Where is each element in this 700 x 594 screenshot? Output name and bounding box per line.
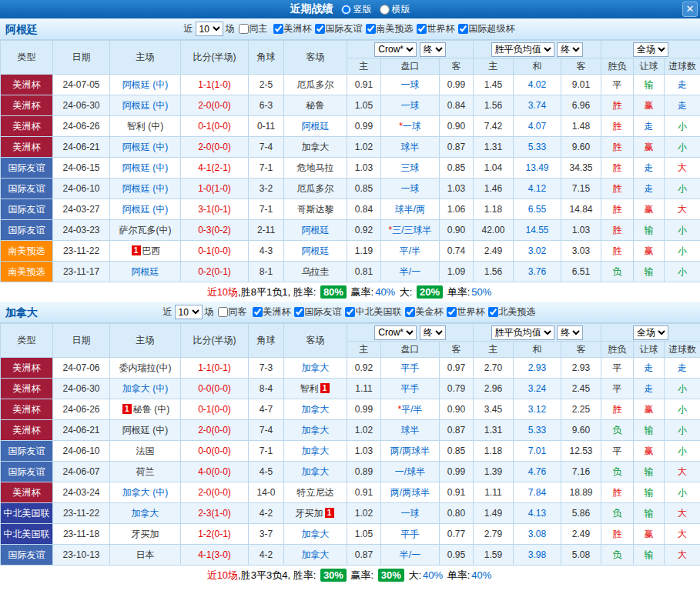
fullmatch-select[interactable]: 全场 bbox=[633, 325, 668, 340]
col-lose-mean: 客 bbox=[561, 58, 601, 75]
draw-mean-cell: 6.55 bbox=[514, 199, 561, 220]
recent-count-select[interactable]: 10 bbox=[175, 305, 203, 319]
close-button[interactable]: ✕ bbox=[682, 2, 698, 17]
games-label: 场 bbox=[226, 22, 235, 35]
away-odds-cell: 0.80 bbox=[440, 503, 474, 524]
home-team-cell: 阿根廷 (中) bbox=[110, 95, 181, 116]
home-odds-cell: 0.85 bbox=[347, 179, 381, 199]
league-filter-checkbox[interactable]: 世界杯 bbox=[417, 22, 455, 35]
away-odds-cell: 0.87 bbox=[440, 137, 474, 158]
away-odds-cell: 1.03 bbox=[440, 179, 474, 199]
summary-value: 30% bbox=[378, 569, 404, 582]
away-odds-cell: 0.84 bbox=[440, 95, 474, 116]
handicap-result-cell: 输 bbox=[634, 462, 665, 482]
date-cell: 24-06-15 bbox=[53, 158, 110, 179]
summary-value: 40% bbox=[375, 286, 395, 298]
same-venue-checkbox[interactable]: 同主 bbox=[239, 22, 268, 35]
league-filter-checkbox[interactable]: 美洲杯 bbox=[253, 305, 291, 319]
team-name: 巴西 bbox=[142, 245, 161, 256]
layout-radio-vertical[interactable]: 竖版 bbox=[341, 3, 372, 16]
corner-cell: 7-4 bbox=[249, 137, 284, 158]
corner-cell: 0-11 bbox=[249, 116, 284, 137]
league-filter-checkbox[interactable]: 国际超级杯 bbox=[458, 22, 515, 35]
col-home-odds: 主 bbox=[347, 342, 381, 358]
corner-cell: 3-7 bbox=[249, 524, 284, 545]
corner-cell: 8-1 bbox=[249, 262, 284, 282]
handicap-cell: 半/一 bbox=[381, 262, 440, 282]
score-cell: 2-0(0-0) bbox=[181, 482, 249, 503]
result-cell: 负 bbox=[601, 420, 634, 441]
score-cell: 2-0(0-0) bbox=[181, 420, 249, 441]
win-mean-cell: 1.31 bbox=[474, 137, 514, 158]
same-venue-checkbox[interactable]: 同客 bbox=[218, 305, 247, 319]
layout-radio-horizontal[interactable]: 横版 bbox=[380, 3, 410, 16]
league-filter-checkbox[interactable]: 美洲杯 bbox=[273, 22, 312, 35]
horizontal-radio-icon[interactable] bbox=[380, 5, 390, 15]
win-mean-cell: 1.18 bbox=[474, 199, 514, 220]
col-date: 日期 bbox=[53, 41, 110, 75]
fullmatch-select[interactable]: 全场 bbox=[633, 42, 668, 57]
league-filter-checkbox[interactable]: 美金杯 bbox=[405, 305, 444, 319]
score-cell: 4-1(3-0) bbox=[181, 545, 249, 566]
match-row: 中北美国联23-11-18牙买加1-2(0-1)3-7加拿大1.05平手0.77… bbox=[1, 524, 700, 545]
league-filter-checkbox[interactable]: 北美预选 bbox=[488, 305, 536, 319]
wdl-mean-select[interactable]: 胜平负均值 bbox=[491, 325, 554, 340]
col-result: 胜负 bbox=[601, 58, 634, 75]
home-team-cell: 萨尔瓦多(中) bbox=[110, 220, 181, 241]
result-cell: 平 bbox=[601, 75, 634, 95]
away-team-cell: 加拿大 bbox=[284, 358, 347, 379]
section-header-bar: 阿根廷 近 10 场 同主 美洲杯国际友谊南美预选世界杯国际超级杯 bbox=[0, 18, 700, 40]
result-cell: 负 bbox=[601, 503, 634, 524]
corner-cell: 4-5 bbox=[249, 462, 284, 482]
match-row: 美洲杯24-06-30加拿大 (中)0-0(0-0)8-4智利11.11平手0.… bbox=[1, 379, 700, 399]
vertical-radio-icon[interactable] bbox=[341, 5, 351, 15]
wdl-group-header: 胜平负均值 终 bbox=[474, 41, 601, 58]
league-filter-checkbox[interactable]: 南美预选 bbox=[366, 22, 414, 35]
away-team-cell: 加拿大 bbox=[284, 545, 347, 566]
goals-result-cell: 大 bbox=[665, 158, 700, 179]
draw-mean-cell: 3.02 bbox=[514, 241, 561, 262]
corner-cell: 2-11 bbox=[249, 220, 284, 241]
wdl-final-select[interactable]: 终 bbox=[557, 42, 583, 57]
draw-mean-cell: 2.93 bbox=[514, 358, 561, 379]
goals-result-cell: 小 bbox=[665, 241, 700, 262]
corner-cell: 4-2 bbox=[249, 503, 284, 524]
away-odds-cell: 0.90 bbox=[440, 399, 474, 420]
summary-label: 胜率: bbox=[293, 286, 319, 298]
league-filter-checkbox[interactable]: 国际友谊 bbox=[315, 22, 363, 35]
away-team-cell: 智利1 bbox=[284, 379, 347, 399]
odds-source-select[interactable]: Crow* bbox=[374, 325, 417, 340]
odds-source-select[interactable]: Crow* bbox=[374, 42, 417, 57]
league-cell: 美洲杯 bbox=[1, 75, 53, 95]
date-cell: 23-11-22 bbox=[53, 241, 110, 262]
away-team-cell: 加拿大 bbox=[284, 441, 347, 462]
league-filter-checkbox[interactable]: 世界杯 bbox=[447, 305, 485, 319]
win-mean-cell: 1.46 bbox=[474, 179, 514, 199]
home-odds-cell: 0.89 bbox=[347, 462, 381, 482]
recent-count-select[interactable]: 10 bbox=[196, 22, 223, 36]
team-name: 阿根廷 (中) bbox=[122, 79, 168, 90]
wdl-mean-select[interactable]: 胜平负均值 bbox=[491, 42, 554, 57]
summary-lead: 近10场 bbox=[207, 569, 238, 581]
col-handicap-result: 让球 bbox=[634, 342, 665, 358]
team-name: 阿根廷 bbox=[132, 266, 159, 277]
odds-final-select[interactable]: 终 bbox=[420, 42, 446, 57]
home-team-cell: 加拿大 (中) bbox=[110, 379, 181, 399]
corner-cell: 4-7 bbox=[249, 399, 284, 420]
odds-final-select[interactable]: 终 bbox=[420, 325, 446, 340]
handicap-cell: 平/半 bbox=[381, 241, 440, 262]
handicap-cell: 球半/两 bbox=[381, 199, 440, 220]
league-filter-checkbox[interactable]: 国际友谊 bbox=[294, 305, 342, 319]
date-cell: 24-03-23 bbox=[53, 220, 110, 241]
league-filter-checkbox[interactable]: 中北美国联 bbox=[345, 305, 402, 319]
win-mean-cell: 2.96 bbox=[474, 379, 514, 399]
handicap-cell: 半/一 bbox=[381, 545, 440, 566]
wdl-final-select[interactable]: 终 bbox=[557, 325, 583, 340]
team-name: 加拿大 bbox=[302, 529, 330, 539]
col-home-odds: 主 bbox=[347, 58, 381, 75]
home-odds-cell: 0.99 bbox=[347, 116, 381, 137]
lose-mean-cell: 18.89 bbox=[561, 482, 601, 503]
handicap-result-cell: 赢 bbox=[634, 137, 665, 158]
match-row: 美洲杯24-03-24加拿大 (中)2-0(0-0)14-0特立尼达0.91两/… bbox=[1, 482, 700, 503]
goals-result-cell: 小 bbox=[665, 482, 700, 503]
